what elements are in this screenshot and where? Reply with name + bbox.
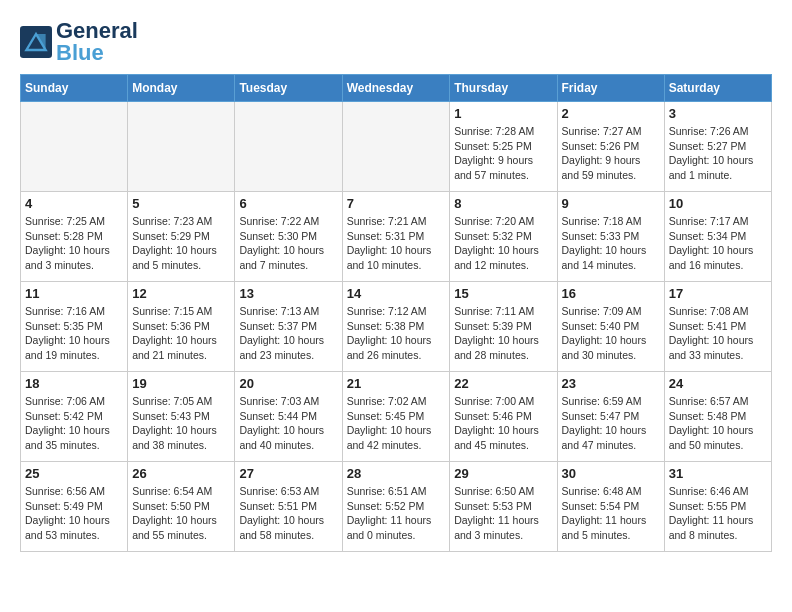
calendar-header-monday: Monday [128, 75, 235, 102]
day-info: Sunrise: 7:08 AM Sunset: 5:41 PM Dayligh… [669, 304, 767, 363]
day-number: 19 [132, 376, 230, 391]
day-info: Sunrise: 7:20 AM Sunset: 5:32 PM Dayligh… [454, 214, 552, 273]
calendar-cell: 24Sunrise: 6:57 AM Sunset: 5:48 PM Dayli… [664, 372, 771, 462]
day-info: Sunrise: 7:27 AM Sunset: 5:26 PM Dayligh… [562, 124, 660, 183]
day-info: Sunrise: 6:54 AM Sunset: 5:50 PM Dayligh… [132, 484, 230, 543]
calendar-header-saturday: Saturday [664, 75, 771, 102]
calendar-cell: 13Sunrise: 7:13 AM Sunset: 5:37 PM Dayli… [235, 282, 342, 372]
day-info: Sunrise: 7:09 AM Sunset: 5:40 PM Dayligh… [562, 304, 660, 363]
calendar-cell: 29Sunrise: 6:50 AM Sunset: 5:53 PM Dayli… [450, 462, 557, 552]
page-header: GeneralBlue [20, 20, 772, 64]
day-info: Sunrise: 7:18 AM Sunset: 5:33 PM Dayligh… [562, 214, 660, 273]
logo-icon [20, 26, 52, 58]
day-number: 22 [454, 376, 552, 391]
day-number: 2 [562, 106, 660, 121]
day-info: Sunrise: 7:16 AM Sunset: 5:35 PM Dayligh… [25, 304, 123, 363]
day-number: 8 [454, 196, 552, 211]
calendar-cell: 11Sunrise: 7:16 AM Sunset: 5:35 PM Dayli… [21, 282, 128, 372]
calendar-cell [235, 102, 342, 192]
calendar-cell: 26Sunrise: 6:54 AM Sunset: 5:50 PM Dayli… [128, 462, 235, 552]
day-number: 5 [132, 196, 230, 211]
day-info: Sunrise: 7:21 AM Sunset: 5:31 PM Dayligh… [347, 214, 446, 273]
calendar-header-sunday: Sunday [21, 75, 128, 102]
calendar-cell: 22Sunrise: 7:00 AM Sunset: 5:46 PM Dayli… [450, 372, 557, 462]
calendar-header-thursday: Thursday [450, 75, 557, 102]
day-number: 11 [25, 286, 123, 301]
day-info: Sunrise: 7:02 AM Sunset: 5:45 PM Dayligh… [347, 394, 446, 453]
calendar-cell: 28Sunrise: 6:51 AM Sunset: 5:52 PM Dayli… [342, 462, 450, 552]
calendar-cell: 5Sunrise: 7:23 AM Sunset: 5:29 PM Daylig… [128, 192, 235, 282]
calendar-cell: 10Sunrise: 7:17 AM Sunset: 5:34 PM Dayli… [664, 192, 771, 282]
day-info: Sunrise: 7:00 AM Sunset: 5:46 PM Dayligh… [454, 394, 552, 453]
day-number: 3 [669, 106, 767, 121]
day-number: 30 [562, 466, 660, 481]
day-info: Sunrise: 7:15 AM Sunset: 5:36 PM Dayligh… [132, 304, 230, 363]
calendar-cell: 17Sunrise: 7:08 AM Sunset: 5:41 PM Dayli… [664, 282, 771, 372]
calendar-cell: 19Sunrise: 7:05 AM Sunset: 5:43 PM Dayli… [128, 372, 235, 462]
calendar-cell: 27Sunrise: 6:53 AM Sunset: 5:51 PM Dayli… [235, 462, 342, 552]
day-info: Sunrise: 7:11 AM Sunset: 5:39 PM Dayligh… [454, 304, 552, 363]
calendar-cell: 8Sunrise: 7:20 AM Sunset: 5:32 PM Daylig… [450, 192, 557, 282]
day-number: 16 [562, 286, 660, 301]
calendar-week-row-1: 1Sunrise: 7:28 AM Sunset: 5:25 PM Daylig… [21, 102, 772, 192]
day-number: 29 [454, 466, 552, 481]
calendar-cell: 30Sunrise: 6:48 AM Sunset: 5:54 PM Dayli… [557, 462, 664, 552]
calendar-cell: 16Sunrise: 7:09 AM Sunset: 5:40 PM Dayli… [557, 282, 664, 372]
day-number: 9 [562, 196, 660, 211]
calendar-cell: 25Sunrise: 6:56 AM Sunset: 5:49 PM Dayli… [21, 462, 128, 552]
day-number: 20 [239, 376, 337, 391]
day-info: Sunrise: 7:06 AM Sunset: 5:42 PM Dayligh… [25, 394, 123, 453]
calendar-cell: 9Sunrise: 7:18 AM Sunset: 5:33 PM Daylig… [557, 192, 664, 282]
calendar-header-friday: Friday [557, 75, 664, 102]
calendar-cell: 7Sunrise: 7:21 AM Sunset: 5:31 PM Daylig… [342, 192, 450, 282]
calendar-header-wednesday: Wednesday [342, 75, 450, 102]
calendar-week-row-4: 18Sunrise: 7:06 AM Sunset: 5:42 PM Dayli… [21, 372, 772, 462]
calendar-table: SundayMondayTuesdayWednesdayThursdayFrid… [20, 74, 772, 552]
calendar-week-row-2: 4Sunrise: 7:25 AM Sunset: 5:28 PM Daylig… [21, 192, 772, 282]
day-info: Sunrise: 6:59 AM Sunset: 5:47 PM Dayligh… [562, 394, 660, 453]
calendar-cell [342, 102, 450, 192]
day-info: Sunrise: 7:13 AM Sunset: 5:37 PM Dayligh… [239, 304, 337, 363]
day-number: 13 [239, 286, 337, 301]
calendar-header-tuesday: Tuesday [235, 75, 342, 102]
calendar-cell: 20Sunrise: 7:03 AM Sunset: 5:44 PM Dayli… [235, 372, 342, 462]
day-info: Sunrise: 7:23 AM Sunset: 5:29 PM Dayligh… [132, 214, 230, 273]
day-number: 10 [669, 196, 767, 211]
calendar-week-row-3: 11Sunrise: 7:16 AM Sunset: 5:35 PM Dayli… [21, 282, 772, 372]
day-info: Sunrise: 7:12 AM Sunset: 5:38 PM Dayligh… [347, 304, 446, 363]
logo-blue-text: Blue [56, 40, 104, 65]
day-info: Sunrise: 7:17 AM Sunset: 5:34 PM Dayligh… [669, 214, 767, 273]
logo: GeneralBlue [20, 20, 138, 64]
day-number: 7 [347, 196, 446, 211]
day-number: 1 [454, 106, 552, 121]
calendar-cell: 18Sunrise: 7:06 AM Sunset: 5:42 PM Dayli… [21, 372, 128, 462]
day-number: 15 [454, 286, 552, 301]
calendar-cell: 14Sunrise: 7:12 AM Sunset: 5:38 PM Dayli… [342, 282, 450, 372]
calendar-header-row: SundayMondayTuesdayWednesdayThursdayFrid… [21, 75, 772, 102]
day-info: Sunrise: 6:57 AM Sunset: 5:48 PM Dayligh… [669, 394, 767, 453]
day-number: 18 [25, 376, 123, 391]
day-info: Sunrise: 6:48 AM Sunset: 5:54 PM Dayligh… [562, 484, 660, 543]
day-number: 27 [239, 466, 337, 481]
day-info: Sunrise: 6:53 AM Sunset: 5:51 PM Dayligh… [239, 484, 337, 543]
calendar-cell: 12Sunrise: 7:15 AM Sunset: 5:36 PM Dayli… [128, 282, 235, 372]
day-info: Sunrise: 7:03 AM Sunset: 5:44 PM Dayligh… [239, 394, 337, 453]
calendar-cell [21, 102, 128, 192]
logo-text: GeneralBlue [56, 20, 138, 64]
day-number: 31 [669, 466, 767, 481]
day-number: 4 [25, 196, 123, 211]
calendar-cell: 31Sunrise: 6:46 AM Sunset: 5:55 PM Dayli… [664, 462, 771, 552]
day-info: Sunrise: 7:25 AM Sunset: 5:28 PM Dayligh… [25, 214, 123, 273]
calendar-cell: 21Sunrise: 7:02 AM Sunset: 5:45 PM Dayli… [342, 372, 450, 462]
day-info: Sunrise: 7:22 AM Sunset: 5:30 PM Dayligh… [239, 214, 337, 273]
day-number: 21 [347, 376, 446, 391]
calendar-cell: 15Sunrise: 7:11 AM Sunset: 5:39 PM Dayli… [450, 282, 557, 372]
calendar-cell: 23Sunrise: 6:59 AM Sunset: 5:47 PM Dayli… [557, 372, 664, 462]
calendar-week-row-5: 25Sunrise: 6:56 AM Sunset: 5:49 PM Dayli… [21, 462, 772, 552]
day-info: Sunrise: 7:28 AM Sunset: 5:25 PM Dayligh… [454, 124, 552, 183]
day-number: 26 [132, 466, 230, 481]
calendar-cell: 4Sunrise: 7:25 AM Sunset: 5:28 PM Daylig… [21, 192, 128, 282]
day-info: Sunrise: 6:46 AM Sunset: 5:55 PM Dayligh… [669, 484, 767, 543]
day-info: Sunrise: 7:05 AM Sunset: 5:43 PM Dayligh… [132, 394, 230, 453]
calendar-cell [128, 102, 235, 192]
